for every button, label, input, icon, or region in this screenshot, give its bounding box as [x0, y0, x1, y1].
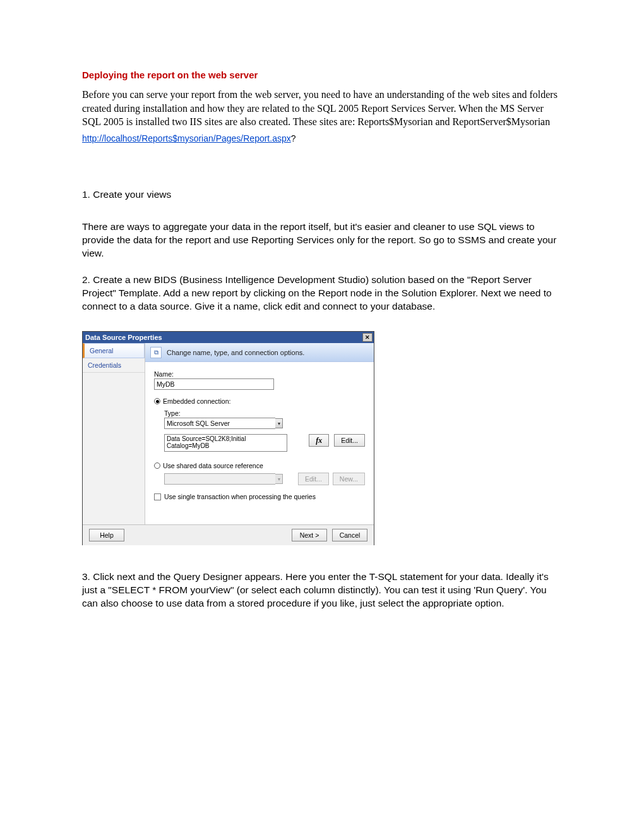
close-icon: ✕ — [365, 334, 370, 341]
type-label: Type: — [164, 409, 365, 417]
step3-body: 3. Click next and the Query Designer app… — [82, 571, 562, 610]
shared-radio[interactable] — [154, 462, 160, 469]
dialog-title: Data Source Properties — [85, 334, 162, 341]
fx-icon: fx — [316, 436, 322, 445]
dialog-titlebar: Data Source Properties ✕ — [83, 332, 374, 343]
type-select[interactable] — [164, 418, 275, 429]
help-button[interactable]: Help — [89, 529, 124, 541]
chevron-down-icon[interactable]: ▾ — [275, 418, 283, 428]
single-transaction-checkbox[interactable] — [154, 493, 161, 500]
next-button[interactable]: Next > — [292, 529, 327, 541]
embedded-label: Embedded connection: — [163, 397, 230, 405]
banner-text: Change name, type, and connection option… — [167, 349, 304, 356]
tab-general[interactable]: General — [83, 343, 145, 358]
section-heading: Deploying the report on the web server — [82, 70, 562, 80]
name-label: Name: — [154, 370, 365, 378]
step1-body: There are ways to aggregate your data in… — [82, 221, 562, 260]
report-url-link[interactable]: http://localhost/Reports$mysorian/Pages/… — [82, 133, 291, 143]
tab-credentials[interactable]: Credentials — [83, 358, 145, 373]
fx-button[interactable]: fx — [309, 434, 329, 447]
shared-label: Use shared data source reference — [163, 462, 263, 469]
cancel-button[interactable]: Cancel — [332, 529, 367, 541]
link-question-mark: ? — [291, 133, 296, 143]
chevron-down-icon: ▾ — [275, 474, 283, 484]
new-shared-button: New... — [333, 473, 365, 485]
name-input[interactable] — [154, 378, 274, 390]
edit-shared-button: Edit... — [298, 473, 329, 485]
connection-string-input[interactable]: Data Source=SQL2K8;Initial Catalog=MyDB — [164, 434, 287, 452]
single-transaction-label: Use single transaction when processing t… — [164, 493, 316, 500]
shared-select — [164, 473, 275, 485]
dialog-banner: ⧉ Change name, type, and connection opti… — [145, 343, 374, 362]
edit-connection-button[interactable]: Edit... — [334, 434, 365, 447]
step2-body: 2. Create a new BIDS (Business Intellige… — [82, 274, 562, 313]
step1-title: 1. Create your views — [82, 188, 562, 202]
data-source-properties-dialog: Data Source Properties ✕ General Credent… — [82, 331, 374, 545]
properties-icon: ⧉ — [150, 347, 162, 358]
intro-paragraph: Before you can serve your report from th… — [82, 88, 562, 129]
embedded-radio[interactable] — [154, 398, 160, 404]
dialog-footer: Help Next > Cancel — [83, 524, 374, 545]
close-button[interactable]: ✕ — [362, 333, 373, 342]
dialog-sidebar: General Credentials — [83, 343, 145, 524]
